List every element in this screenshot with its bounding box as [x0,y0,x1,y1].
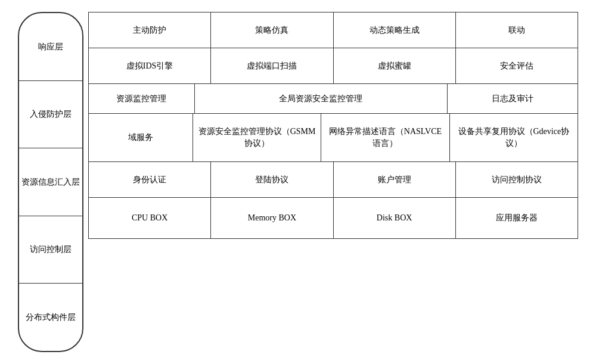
sidebar-item-response: 响应层 [19,13,82,81]
cell-disk-box: Disk BOX [334,198,456,238]
cell-gsmm-protocol: 资源安全监控管理协议（GSMM协议） [193,114,321,161]
row-response: 主动防护 策略仿真 动态策略生成 联动 [88,12,578,48]
cell-domain-service: 域服务 [89,114,193,161]
sidebar-item-access: 访问控制层 [19,216,82,284]
cell-login-protocol: 登陆协议 [211,162,333,197]
cell-global-monitor: 全局资源安全监控管理 [195,84,448,113]
cell-linkage: 联动 [456,13,578,48]
cell-vids: 虚拟IDS引擎 [89,48,211,83]
sidebar-item-resource: 资源信息汇入层 [19,148,82,216]
sidebar-item-distributed: 分布式构件层 [19,284,82,351]
cell-log-audit: 日志及审计 [448,84,578,113]
cell-active-defense: 主动防护 [89,13,211,48]
diagram-container: 响应层 入侵防护层 资源信息汇入层 访问控制层 分布式构件层 主动防护 策略仿真… [0,0,596,364]
cell-app-server: 应用服务器 [456,198,578,238]
right-section: 主动防护 策略仿真 动态策略生成 联动 虚拟IDS引擎 虚拟端口扫描 虚拟蜜罐 … [88,12,578,352]
sidebar: 响应层 入侵防护层 资源信息汇入层 访问控制层 分布式构件层 [18,12,83,352]
cell-account-mgmt: 账户管理 [334,162,456,197]
cell-naslvce: 网络异常描述语言（NASLVCE语言） [321,114,449,161]
cell-access-protocol: 访问控制协议 [456,162,578,197]
sidebar-item-intrusion: 入侵防护层 [19,81,82,149]
row-distributed: CPU BOX Memory BOX Disk BOX 应用服务器 [88,197,578,239]
row-intrusion: 虚拟IDS引擎 虚拟端口扫描 虚拟蜜罐 安全评估 [88,48,578,83]
row-resource-group: 资源监控管理 全局资源安全监控管理 日志及审计 域服务 资源安全监控管理协议（G… [88,83,578,161]
cell-security-eval: 安全评估 [456,48,578,83]
sub-row-domain: 域服务 资源安全监控管理协议（GSMM协议） 网络异常描述语言（NASLVCE语… [89,114,578,161]
cell-gdevice: 设备共享复用协议（Gdevice协议） [450,114,578,161]
cell-vhoneypot: 虚拟蜜罐 [334,48,456,83]
cell-identity: 身份认证 [89,162,211,197]
cell-dynamic-policy: 动态策略生成 [334,13,456,48]
cell-memory-box: Memory BOX [211,198,333,238]
cell-policy-sim: 策略仿真 [211,13,333,48]
cell-vport: 虚拟端口扫描 [211,48,333,83]
row-access: 身份认证 登陆协议 账户管理 访问控制协议 [88,161,578,197]
cell-resource-monitor: 资源监控管理 [89,84,195,113]
sub-row-monitor: 资源监控管理 全局资源安全监控管理 日志及审计 [89,84,578,114]
cell-cpu-box: CPU BOX [89,198,211,238]
